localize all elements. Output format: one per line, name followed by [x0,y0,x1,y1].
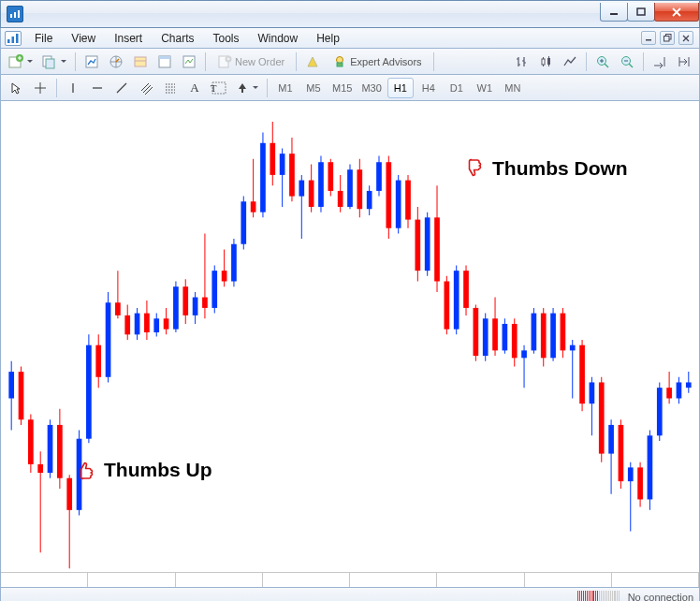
expert-advisors-label: Expert Advisors [350,56,421,67]
equidistant-channel-button[interactable] [135,78,157,98]
window-close-button[interactable] [654,3,699,22]
svg-rect-33 [19,372,24,419]
navigator-button[interactable] [105,51,127,72]
auto-scroll-button[interactable] [649,51,671,72]
text-button[interactable]: A [183,78,206,98]
window-minimize-button[interactable] [600,3,628,22]
svg-rect-157 [619,425,624,481]
new-order-button[interactable]: New Order [211,51,291,72]
thumbs-up-icon [76,459,98,481]
cursor-button[interactable] [5,78,27,98]
menu-view[interactable]: View [62,30,105,47]
svg-rect-141 [541,314,547,359]
menu-window[interactable]: Window [249,30,308,47]
data-window-button[interactable] [153,51,176,72]
svg-rect-51 [106,302,111,377]
menu-insert[interactable]: Insert [105,30,152,47]
svg-rect-117 [425,217,430,271]
zoom-out-icon [620,54,634,69]
svg-rect-97 [328,162,333,191]
timeframe-m1[interactable]: M1 [272,78,299,98]
svg-rect-165 [657,388,663,435]
text-icon: A [190,81,198,95]
zoom-out-button[interactable] [616,51,638,72]
svg-rect-1 [14,12,16,18]
timeframe-m30[interactable]: M30 [357,78,385,98]
new-order-icon [217,54,232,69]
metaquotes-icon [305,54,320,69]
svg-rect-125 [463,271,469,308]
trendline-button[interactable] [110,78,133,98]
candlestick-button[interactable] [534,51,557,72]
data-window-icon [157,54,172,69]
line-chart-button[interactable] [559,51,581,72]
menu-file[interactable]: File [25,30,62,47]
terminal-icon [133,54,148,69]
svg-rect-53 [115,302,121,315]
svg-rect-137 [521,350,527,358]
menu-tools[interactable]: Tools [204,30,249,47]
new-chart-button[interactable] [5,51,36,72]
mdi-app-icon[interactable] [5,31,22,46]
fibonacci-button[interactable] [159,78,182,98]
svg-rect-83 [260,143,266,213]
metaquotes-button[interactable] [301,51,324,72]
svg-rect-91 [299,181,304,197]
vertical-line-button[interactable] [62,78,84,98]
timeframe-m5[interactable]: M5 [300,78,327,98]
market-watch-icon [84,54,99,69]
svg-rect-87 [280,154,285,175]
menu-help[interactable]: Help [307,30,349,47]
horizontal-line-button[interactable] [86,78,109,98]
mdi-restore-button[interactable] [660,31,675,45]
terminal-button[interactable] [129,51,152,72]
horizontal-line-icon [91,81,104,95]
svg-rect-19 [159,56,170,59]
svg-rect-57 [135,314,140,335]
svg-rect-55 [124,315,130,334]
chart-area[interactable]: Thumbs Down Thumbs Up [0,101,700,588]
timeframe-h1[interactable]: H1 [387,78,414,98]
crosshair-icon [34,81,47,95]
svg-rect-159 [628,467,634,481]
svg-rect-89 [289,154,295,196]
svg-rect-119 [434,217,440,281]
svg-rect-121 [445,282,450,330]
svg-rect-135 [512,324,518,358]
svg-rect-171 [686,382,692,388]
arrows-button[interactable] [232,78,262,98]
timeframe-m15[interactable]: M15 [328,78,356,98]
crosshair-button[interactable] [29,78,51,98]
svg-rect-0 [10,14,12,18]
strategy-tester-button[interactable] [178,51,200,72]
chart-shift-button[interactable] [673,51,695,72]
svg-rect-145 [561,314,566,351]
svg-rect-25 [542,59,545,65]
arrows-icon [236,81,249,95]
expert-advisors-button[interactable]: Expert Advisors [326,51,428,72]
zoom-in-button[interactable] [591,51,614,72]
svg-rect-65 [173,286,179,329]
mdi-minimize-button[interactable] [641,31,656,45]
timeframe-w1[interactable]: W1 [472,78,498,98]
line-chart-icon [562,54,577,69]
svg-rect-61 [153,318,159,332]
timeframe-d1[interactable]: D1 [444,78,470,98]
timeframe-mn[interactable]: MN [500,78,526,98]
svg-rect-49 [95,345,101,377]
menu-charts[interactable]: Charts [152,30,203,47]
statusbar: No connection [0,588,700,601]
svg-point-23 [337,56,343,63]
text-label-button[interactable]: T [208,78,230,98]
mdi-close-button[interactable] [678,31,693,45]
bar-chart-button[interactable] [510,51,532,72]
market-watch-button[interactable] [80,51,103,72]
svg-rect-79 [241,201,246,243]
profiles-button[interactable] [38,51,70,72]
svg-rect-31 [8,372,14,398]
svg-rect-163 [648,435,653,499]
timeframe-h4[interactable]: H4 [416,78,442,98]
svg-rect-47 [86,345,92,439]
svg-rect-169 [677,382,682,398]
window-maximize-button[interactable] [627,3,655,22]
